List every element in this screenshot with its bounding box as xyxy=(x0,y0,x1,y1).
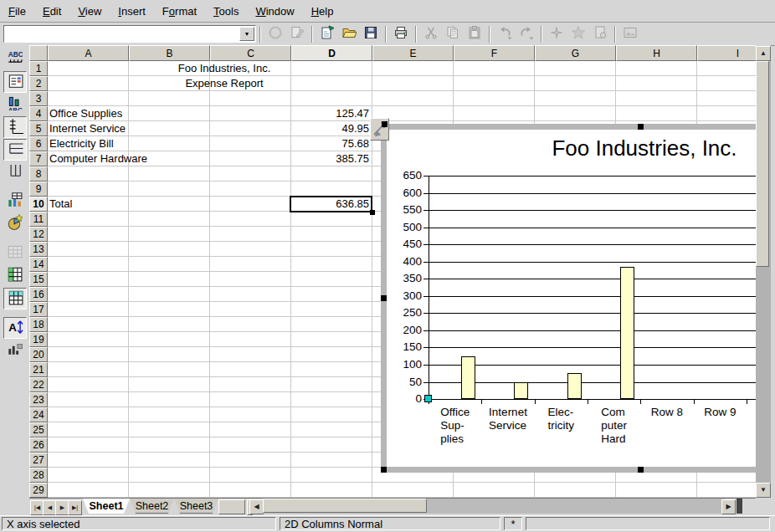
row-header-25[interactable]: 25 xyxy=(29,422,48,437)
legend-on-off-button[interactable] xyxy=(3,71,27,93)
menu-view[interactable]: View xyxy=(69,3,110,19)
row-header-26[interactable]: 26 xyxy=(29,437,48,453)
row-header-12[interactable]: 12 xyxy=(29,227,48,242)
cell-D4[interactable]: 125.47 xyxy=(291,106,369,121)
row-header-10[interactable]: 10 xyxy=(29,197,48,212)
y-axis-label[interactable]: 50 xyxy=(381,376,422,388)
y-axis-label[interactable]: 650 xyxy=(381,169,422,182)
data-in-columns-button[interactable] xyxy=(3,288,27,309)
bar-office-supplies[interactable] xyxy=(461,356,475,400)
chart-selection-handle[interactable] xyxy=(638,124,644,130)
automatic-layout-button[interactable] xyxy=(3,340,25,360)
column-header-B[interactable]: B xyxy=(129,45,210,61)
x-axis-category-label[interactable]: Internet Service xyxy=(489,406,527,432)
chart-selection-handle[interactable] xyxy=(382,121,388,127)
row-header-8[interactable]: 8 xyxy=(29,166,48,182)
scale-text-button[interactable]: A xyxy=(3,317,27,339)
y-axis-label[interactable]: 350 xyxy=(381,272,422,284)
y-axis-label[interactable]: 250 xyxy=(381,306,422,319)
select-all-corner[interactable] xyxy=(29,45,48,61)
x-axis-category-label[interactable]: Office Sup- plies xyxy=(440,406,470,446)
titles-on-off-button[interactable]: ABC xyxy=(3,49,25,69)
x-axis-category-label[interactable]: Row 8 xyxy=(651,406,683,419)
cell-A10[interactable]: Total xyxy=(49,197,72,212)
horizontal-scroll-thumb[interactable] xyxy=(263,499,427,513)
column-header-A[interactable]: A xyxy=(48,45,129,61)
column-header-I[interactable]: I xyxy=(697,45,756,61)
scroll-down-button[interactable]: ▼ xyxy=(756,483,771,498)
scrollbar-splitter[interactable] xyxy=(737,499,742,514)
data-in-rows-button[interactable] xyxy=(3,265,25,285)
menu-tools[interactable]: Tools xyxy=(205,3,247,19)
y-axis-label[interactable]: 300 xyxy=(381,289,422,302)
sheet-title-row-1[interactable]: Foo Industries, Inc. xyxy=(178,61,271,76)
row-header-29[interactable]: 29 xyxy=(29,483,48,498)
x-axis-category-label[interactable]: Elec- tricity xyxy=(548,406,575,432)
axis-descriptions-button[interactable] xyxy=(3,116,27,138)
chart-data-button[interactable] xyxy=(3,191,25,211)
save-button[interactable] xyxy=(361,25,381,43)
cell-D5[interactable]: 49.95 xyxy=(291,121,369,136)
y-axis-label[interactable]: 450 xyxy=(381,238,422,250)
x-axis-category-label[interactable]: Row 9 xyxy=(704,406,736,419)
print-button[interactable] xyxy=(391,25,411,43)
column-header-G[interactable]: G xyxy=(535,45,616,61)
embedded-chart[interactable]: Foo Industries, Inc. 0501001502002503003… xyxy=(381,124,756,473)
bar-internet-service[interactable] xyxy=(514,382,528,400)
y-axis-label[interactable]: 550 xyxy=(381,203,422,216)
row-header-22[interactable]: 22 xyxy=(29,377,48,392)
y-axis-label[interactable]: 500 xyxy=(381,221,422,233)
y-axis-label[interactable]: 600 xyxy=(381,187,422,199)
column-header-E[interactable]: E xyxy=(372,45,454,61)
row-header-18[interactable]: 18 xyxy=(29,317,48,332)
menu-insert[interactable]: Insert xyxy=(110,3,154,19)
row-header-1[interactable]: 1 xyxy=(29,61,48,76)
fill-handle[interactable] xyxy=(370,210,375,215)
url-combo-input[interactable] xyxy=(5,27,241,41)
scroll-up-button[interactable]: ▲ xyxy=(756,46,771,61)
row-header-24[interactable]: 24 xyxy=(29,407,48,422)
vertical-scroll-thumb[interactable] xyxy=(756,61,769,267)
y-axis-label[interactable]: 0 xyxy=(381,392,422,405)
row-header-27[interactable]: 27 xyxy=(29,453,48,468)
y-axis-line[interactable] xyxy=(429,176,429,400)
column-header-C[interactable]: C xyxy=(210,45,291,61)
combo-dropdown-button[interactable]: ▼ xyxy=(239,27,254,41)
last-sheet-button[interactable]: ▶| xyxy=(68,500,82,515)
axes-titles-on-off-button[interactable]: ABC xyxy=(3,94,25,114)
y-axis-label[interactable]: 150 xyxy=(381,340,422,353)
column-header-D[interactable]: D xyxy=(291,45,372,61)
column-header-H[interactable]: H xyxy=(616,45,697,61)
chart-selection-handle[interactable] xyxy=(381,467,387,473)
row-header-19[interactable]: 19 xyxy=(29,332,48,347)
cell-D6[interactable]: 75.68 xyxy=(291,136,369,151)
new-document-button[interactable] xyxy=(317,25,337,43)
sheet-title-row-2[interactable]: Expense Report xyxy=(185,76,263,91)
row-header-17[interactable]: 17 xyxy=(29,302,48,317)
sheet-tab-sheet3[interactable]: Sheet3 xyxy=(174,499,218,514)
menu-edit[interactable]: Edit xyxy=(34,3,69,19)
x-axis-selection-handle[interactable] xyxy=(424,395,432,402)
sheet-tab-sheet2[interactable]: Sheet2 xyxy=(130,499,174,514)
row-header-3[interactable]: 3 xyxy=(29,91,48,106)
row-header-9[interactable]: 9 xyxy=(29,182,48,197)
vertical-grid-button[interactable] xyxy=(3,161,25,182)
column-header-F[interactable]: F xyxy=(454,45,535,61)
chart-selection-handle[interactable] xyxy=(381,295,387,301)
cell-D7[interactable]: 385.75 xyxy=(291,151,369,166)
row-header-13[interactable]: 13 xyxy=(29,242,48,257)
row-header-20[interactable]: 20 xyxy=(29,347,48,362)
sheet-tab-sheet1[interactable]: Sheet1 xyxy=(83,499,130,514)
cell-A7[interactable]: Computer Hardware xyxy=(49,151,147,166)
cell-A6[interactable]: Electricity Bill xyxy=(49,136,114,151)
y-axis-label[interactable]: 400 xyxy=(381,255,422,268)
vertical-scrollbar[interactable]: ▲ ▼ xyxy=(756,45,771,498)
row-header-16[interactable]: 16 xyxy=(29,287,48,302)
cell-A4[interactable]: Office Supplies xyxy=(49,106,122,121)
horizontal-grid-button[interactable] xyxy=(3,139,27,161)
bar-computer-hard[interactable] xyxy=(620,267,634,400)
x-axis-line[interactable] xyxy=(429,399,756,400)
y-axis-label[interactable]: 200 xyxy=(381,324,422,336)
row-header-6[interactable]: 6 xyxy=(29,136,48,151)
row-header-7[interactable]: 7 xyxy=(29,151,48,166)
